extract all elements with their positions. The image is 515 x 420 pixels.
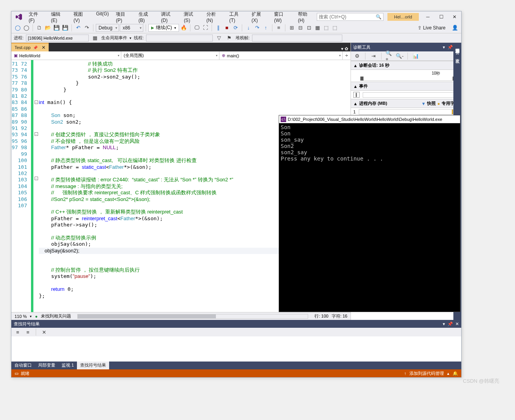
nav-function[interactable]: ⊕main() <box>219 51 343 60</box>
menu-item[interactable]: Git(G) <box>93 9 112 25</box>
tool2-icon[interactable]: ⊞ <box>288 24 296 32</box>
browser-icon[interactable]: 🖵 <box>193 24 201 32</box>
share-icon: ⇪ <box>418 25 422 31</box>
stackframe-dropdown[interactable] <box>252 35 342 42</box>
statusbar: ▭ 就绪 ↑ 添加到源代码管理 ▴ 🔔 <box>11 369 461 377</box>
tool3-icon[interactable]: ⊟ <box>296 24 304 32</box>
open-icon[interactable]: 📂 <box>44 24 52 32</box>
undo-icon[interactable]: ↶ <box>74 24 82 32</box>
pause-events-icon[interactable]: ∥ <box>353 92 360 98</box>
menu-item[interactable]: 编辑(E) <box>48 9 69 25</box>
pin-icon[interactable]: 📌 <box>33 46 38 50</box>
menu-item[interactable]: 测试(S) <box>181 9 202 25</box>
step-into-icon[interactable]: ↓ <box>245 24 252 32</box>
close-tab-icon[interactable]: ✕ <box>42 45 46 50</box>
nav-scope[interactable]: (全局范围) <box>121 51 219 60</box>
menu-item[interactable]: 生成(B) <box>135 9 157 25</box>
config-dropdown[interactable]: Debug <box>96 24 119 32</box>
maximize-button[interactable]: ☐ <box>435 12 448 22</box>
bottom-tab[interactable]: 监视 1 <box>58 362 77 369</box>
redo-icon[interactable]: ↷ <box>83 24 91 32</box>
h-scrollbar[interactable] <box>77 314 308 319</box>
console-title-text: D:\002_Project\006_Visual_Studio\HelloWo… <box>288 117 442 122</box>
titlebar: 文件(F)编辑(E)视图(V)Git(G)项目(P)生成(B)调试(D)测试(S… <box>11 11 461 22</box>
menubar: 文件(F)编辑(E)视图(V)Git(G)项目(P)生成(B)调试(D)测试(S… <box>26 9 317 25</box>
flag-icon[interactable]: ⚑ <box>225 34 233 42</box>
memory-row[interactable]: ▲进程内存 (MB) ▼快照 ●专用字节 <box>351 99 461 108</box>
console-window[interactable]: c:\ D:\002_Project\006_Visual_Studio\Hel… <box>279 115 460 312</box>
menu-item[interactable]: 项目(P) <box>113 9 134 25</box>
git-changes-tab[interactable]: Git 更改 <box>455 49 460 56</box>
tool4-icon[interactable]: ⊡ <box>305 24 313 32</box>
pause-icon[interactable]: ∥ <box>214 24 222 32</box>
gear-icon[interactable]: ⚙ <box>353 52 361 60</box>
stop-icon[interactable]: ■ <box>223 24 231 32</box>
menu-item[interactable]: 调试(D) <box>158 9 180 25</box>
nav-project[interactable]: ▣HelloWorld <box>11 51 121 60</box>
tool1-icon[interactable]: ≡ <box>275 24 283 32</box>
find-results-title: 查找符号结果 <box>14 321 40 327</box>
events-row[interactable]: ▲事件 <box>351 82 461 91</box>
stackframe-label: 堆栈帧: <box>236 35 250 41</box>
bottom-tab[interactable]: 查找符号结果 <box>77 362 109 369</box>
close-button[interactable]: ✕ <box>448 12 461 22</box>
collapse-icon[interactable]: ≡ <box>24 328 32 336</box>
menu-item[interactable]: 视图(V) <box>70 9 92 25</box>
menu-item[interactable]: 文件(F) <box>26 9 47 25</box>
dropdown-icon[interactable]: ▾ <box>443 321 445 327</box>
process-dropdown[interactable]: [18696] HelloWorld.exe <box>26 35 89 42</box>
search-input[interactable]: 搜索 (Ctrl+Q) 🔍 <box>317 13 384 21</box>
expand-icon[interactable]: ≡ <box>14 328 22 336</box>
pin-icon[interactable]: 📌 <box>447 321 453 327</box>
scm-up-icon[interactable]: ↑ <box>404 371 407 376</box>
console-titlebar: c:\ D:\002_Project\006_Visual_Studio\Hel… <box>279 115 460 123</box>
scm-label[interactable]: 添加到源代码管理 <box>409 371 444 376</box>
step-out-icon[interactable]: ↑ <box>262 24 270 32</box>
auto-hide-icon[interactable]: ▾ <box>443 45 445 50</box>
back-icon[interactable]: ◯ <box>14 24 22 32</box>
tab-overflow-icon[interactable]: ▾ ✿ <box>339 46 351 51</box>
bottom-tab[interactable]: 自动窗口 <box>11 362 35 369</box>
forward-icon[interactable]: ◯ <box>22 24 30 32</box>
chart-icon[interactable]: 📊 <box>412 52 420 60</box>
navigation-bar: ▣HelloWorld (全局范围) ⊕main() ÷ <box>11 51 351 60</box>
menu-item[interactable]: 帮助(H) <box>295 9 317 25</box>
live-share-button[interactable]: ⇪ Live Share <box>418 25 446 31</box>
results-list[interactable] <box>11 336 461 362</box>
filter-icon[interactable]: ▽ <box>215 34 223 42</box>
menu-item[interactable]: 工具(T) <box>226 9 248 25</box>
menu-item[interactable]: 窗口(W) <box>271 9 294 25</box>
minimize-button[interactable]: ─ <box>421 12 435 22</box>
hot-reload-icon[interactable]: 🔥 <box>180 24 188 32</box>
screenshot-icon[interactable]: ⛶ <box>201 24 209 32</box>
file-tab[interactable]: Test.cpp 📌 ✕ <box>11 43 49 51</box>
new-icon[interactable]: 🗋 <box>35 24 43 32</box>
export-icon[interactable]: ⇥ <box>369 52 377 60</box>
thread-dropdown[interactable] <box>146 35 213 42</box>
restart-icon[interactable]: ⟳ <box>232 24 239 32</box>
diagnostics-header: 诊断工具 ▾📌✕ <box>351 43 461 51</box>
zoom-out-icon[interactable]: 🔍- <box>396 52 404 60</box>
pin-icon[interactable]: 📌 <box>447 45 453 50</box>
split-icon[interactable]: ÷ <box>343 51 351 60</box>
zoom-in-icon[interactable]: 🔍+ <box>385 52 393 60</box>
menu-item[interactable]: 分析(N) <box>203 9 225 25</box>
zoom-level[interactable]: 110 % <box>15 314 27 319</box>
continue-button[interactable]: ▶继续(C)▾ <box>148 24 179 32</box>
saveall-icon[interactable]: 💾 <box>61 24 69 32</box>
step-over-icon[interactable]: ↷ <box>253 24 261 32</box>
clear-icon[interactable]: ✕ <box>40 328 48 336</box>
lifecycle-icon[interactable]: ▦ <box>91 34 99 42</box>
lifecycle-label: 生命周期事件 <box>101 35 127 41</box>
process-label: 进程: <box>14 35 24 41</box>
close-icon[interactable]: ✕ <box>455 321 459 327</box>
bottom-tab[interactable]: 局部变量 <box>35 362 58 369</box>
tool7-icon[interactable]: ⬚ <box>331 24 339 32</box>
notification-icon[interactable]: 🔔 <box>453 371 458 376</box>
tool5-icon[interactable]: ▦ <box>314 24 321 32</box>
platform-dropdown[interactable]: x86 <box>120 24 143 32</box>
save-icon[interactable]: 💾 <box>53 24 60 32</box>
tool6-icon[interactable]: ⬚ <box>322 24 330 32</box>
menu-item[interactable]: 扩展(X) <box>248 9 270 25</box>
account-icon[interactable]: 👤 <box>451 24 459 32</box>
